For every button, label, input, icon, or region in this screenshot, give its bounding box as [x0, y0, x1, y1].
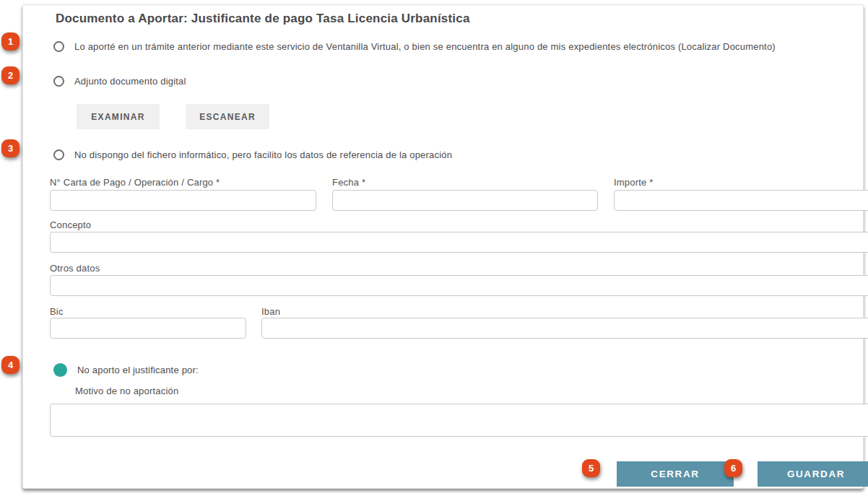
- option-no-justificante-label: No aporto el justificante por:: [77, 364, 199, 377]
- concepto-label: Concepto: [50, 219, 91, 230]
- examinar-button[interactable]: EXAMINAR: [77, 104, 160, 129]
- cerrar-button[interactable]: CERRAR: [617, 461, 734, 487]
- iban-label: Iban: [261, 306, 280, 317]
- fecha-label: Fecha *: [332, 177, 365, 188]
- document-upload-dialog: Documento a Aportar: Justificante de pag…: [22, 4, 864, 489]
- bic-input[interactable]: [50, 318, 246, 339]
- som-marker-3: 3: [1, 139, 19, 157]
- option-attach-digital-label: Adjunto documento digital: [74, 75, 186, 88]
- importe-label: Importe *: [614, 177, 654, 188]
- motivo-label: Motivo de no aportación: [75, 386, 178, 396]
- som-marker-4: 4: [1, 356, 19, 374]
- guardar-button[interactable]: GUARDAR: [758, 461, 868, 487]
- som-marker-6: 6: [724, 459, 742, 477]
- som-marker-1: 1: [1, 32, 19, 51]
- importe-input[interactable]: [614, 190, 868, 211]
- fecha-input[interactable]: [332, 190, 598, 211]
- carta-pago-input[interactable]: [50, 190, 316, 211]
- motivo-textarea[interactable]: [50, 404, 868, 437]
- page-title: Documento a Aportar: Justificante de pag…: [56, 12, 470, 26]
- option-reference-data[interactable]: No dispongo del fichero informático, per…: [53, 149, 452, 162]
- option-no-justificante[interactable]: No aporto el justificante por:: [53, 363, 199, 377]
- carta-pago-label: N° Carta de Pago / Operación / Cargo *: [50, 177, 220, 188]
- option-previous-submission-label: Lo aporté en un trámite anterior mediant…: [74, 40, 776, 53]
- option-attach-digital[interactable]: Adjunto documento digital: [53, 75, 186, 88]
- option-reference-data-label: No dispongo del fichero informático, per…: [74, 149, 452, 162]
- som-marker-2: 2: [1, 66, 19, 84]
- concepto-input[interactable]: [50, 232, 868, 253]
- radio-reference-data[interactable]: [53, 149, 64, 160]
- escanear-button[interactable]: ESCANEAR: [186, 104, 269, 129]
- radio-previous-submission[interactable]: [53, 41, 64, 52]
- radio-attach-digital[interactable]: [53, 76, 64, 87]
- som-marker-5: 5: [582, 459, 600, 477]
- radio-no-justificante[interactable]: [53, 363, 67, 377]
- bic-label: Bic: [50, 306, 64, 317]
- otros-datos-input[interactable]: [50, 275, 868, 296]
- iban-input[interactable]: [261, 318, 868, 339]
- otros-datos-label: Otros datos: [50, 263, 100, 274]
- option-previous-submission[interactable]: Lo aporté en un trámite anterior mediant…: [53, 40, 862, 53]
